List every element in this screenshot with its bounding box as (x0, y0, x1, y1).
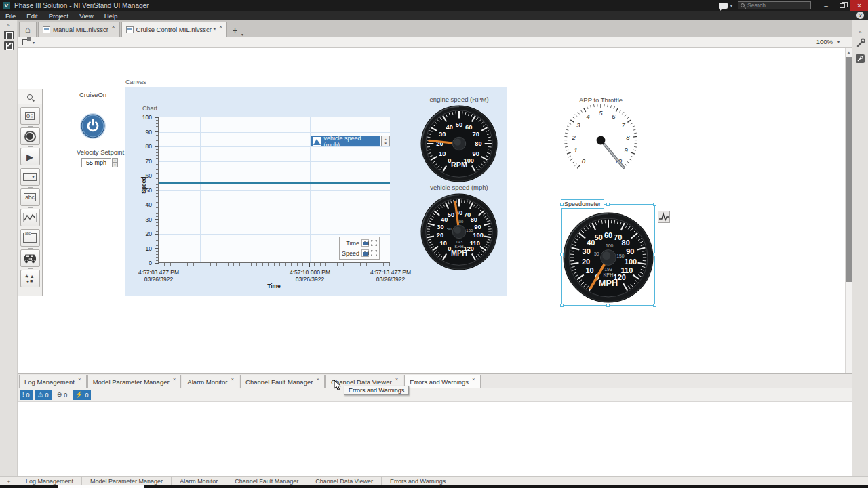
edit-panel-icon[interactable] (4, 41, 14, 50)
chart-plot[interactable]: vehicle speed (mph) ▲▼ Time Speed (158, 117, 390, 263)
selection-handle[interactable] (606, 203, 610, 206)
errors-badge[interactable]: !0 (20, 390, 33, 400)
stepper-down-icon[interactable]: ▼ (112, 163, 118, 167)
deploy-caret-icon[interactable]: ▾ (33, 40, 35, 45)
tool-shapes[interactable]: ★▲●■ (20, 270, 40, 287)
maximize-button[interactable] (834, 0, 850, 11)
tool-vehicle-model[interactable] (20, 249, 40, 267)
engine-speed-gauge[interactable]: 0102030405060708090100RPM (420, 105, 498, 182)
minimize-button[interactable]: – (818, 0, 834, 11)
vertical-scrollbar[interactable]: ▲ (845, 48, 852, 373)
close-icon[interactable]: × (472, 376, 475, 382)
scrollbar-thumb[interactable] (846, 57, 852, 282)
home-tab[interactable]: ⌂ (19, 22, 37, 37)
warnings-badge[interactable]: ⚠0 (35, 390, 52, 400)
close-icon[interactable]: × (395, 376, 399, 382)
stepper-up-icon[interactable]: ▲ (112, 158, 118, 163)
tool-chart-control[interactable] (20, 209, 40, 226)
svg-text:30: 30 (437, 224, 443, 230)
palette-search-button[interactable] (18, 89, 42, 104)
document-panel-icon[interactable] (4, 30, 14, 39)
close-icon[interactable]: × (219, 24, 222, 30)
menu-edit[interactable]: Edit (21, 11, 43, 20)
autoscale-icon[interactable] (370, 239, 378, 247)
status-item-1[interactable]: Model Parameter Manager (82, 477, 172, 486)
y-tick-label: 80 (138, 143, 152, 150)
vehicle-speed-gauge[interactable]: 010203040506070809010011012050100150193K… (420, 193, 498, 270)
svg-text:80: 80 (471, 216, 477, 223)
menu-help[interactable]: Help (99, 11, 123, 20)
bottom-tab-1[interactable]: Model Parameter Manager× (87, 375, 182, 388)
velocity-setpoint-field[interactable]: 55 mph (81, 158, 111, 167)
close-icon[interactable]: × (316, 376, 319, 382)
velocity-setpoint-stepper[interactable]: ▲ ▼ (112, 158, 118, 167)
tool-dropdown-control[interactable]: ▼ (20, 168, 40, 186)
doc-tab-1[interactable]: Cruise Control MIL.nivsscr *× (121, 22, 227, 37)
h-gridline (159, 220, 390, 220)
help-icon[interactable]: ? (856, 12, 864, 19)
selection-handle[interactable] (653, 253, 656, 256)
zoom-caret-icon[interactable]: ▾ (837, 39, 840, 44)
bottom-tab-2[interactable]: Alarm Monitor× (182, 375, 239, 388)
selected-control-name-chip[interactable]: Speedometer (561, 199, 604, 209)
warnings-icon: ⚠ (38, 392, 43, 398)
status-item-2[interactable]: Alarm Monitor (172, 477, 226, 486)
pin-icon[interactable]: ± (0, 479, 18, 485)
status-item-3[interactable]: Channel Fault Manager (226, 477, 307, 486)
close-icon[interactable]: × (112, 24, 115, 30)
doc-tabs: Manual MIL.nivsscr×Cruise Control MIL.ni… (37, 22, 227, 37)
status-item-0[interactable]: Log Management (18, 477, 82, 486)
bottom-tab-0[interactable]: Log Management× (19, 375, 87, 388)
deploy-icon[interactable] (22, 39, 28, 45)
selection-handle[interactable] (653, 203, 656, 206)
tool-numeric-control[interactable]: 0▲▼ (20, 107, 40, 125)
map-channel-button[interactable] (658, 211, 670, 223)
tool-text-control[interactable]: abc (20, 188, 40, 206)
menu-view[interactable]: View (74, 11, 98, 20)
autoscale-icon[interactable] (370, 249, 378, 257)
tool-round-button[interactable] (20, 127, 40, 145)
close-icon[interactable]: × (231, 376, 234, 382)
status-item-5[interactable]: Errors and Warnings (382, 477, 454, 486)
selection-handle[interactable] (560, 304, 564, 307)
app-to-throttle-gauge[interactable]: 012345678910 (561, 101, 640, 180)
titlebar: V Phase III Solution - NI VeriStand UI M… (0, 0, 868, 11)
selection-handle[interactable] (606, 304, 610, 307)
status-item-4[interactable]: Channel Data Viewer (307, 477, 382, 486)
collapse-right-icon[interactable]: « (852, 28, 868, 35)
h-gridline (159, 132, 390, 133)
selection-handle[interactable] (560, 253, 564, 256)
wrench-icon[interactable] (856, 38, 865, 47)
selection-handle[interactable] (560, 203, 564, 206)
menu-project[interactable]: Project (43, 11, 75, 20)
scroll-up-icon[interactable]: ▲ (846, 48, 852, 56)
feedback-caret-icon[interactable]: ▾ (730, 3, 732, 8)
close-icon[interactable]: × (173, 376, 176, 382)
bottom-tab-3[interactable]: Channel Fault Manager× (240, 375, 325, 388)
feedback-icon[interactable] (719, 3, 728, 9)
bottom-tab-5[interactable]: Errors and Warnings× (404, 375, 480, 388)
close-icon[interactable]: × (78, 376, 81, 382)
doc-tab-0[interactable]: Manual MIL.nivsscr× (38, 22, 120, 37)
lock-icon[interactable] (361, 249, 369, 257)
tool-play-button[interactable]: ▶ (20, 148, 40, 165)
tab-list-caret-icon[interactable]: ▾ (241, 32, 243, 37)
errors-count: 0 (26, 392, 30, 399)
menu-file[interactable]: File (0, 11, 21, 20)
new-tab-button[interactable]: + (227, 26, 240, 37)
chart-legend[interactable]: vehicle speed (mph) ▲▼ (311, 136, 390, 147)
selection-handle[interactable] (653, 304, 656, 307)
messages-badge[interactable]: ⊖0 (54, 390, 71, 400)
zoom-level-value[interactable]: 100% (816, 38, 833, 45)
svg-text:70: 70 (614, 233, 622, 241)
titlebar-search-input[interactable]: Search... (738, 1, 811, 9)
lock-icon[interactable] (361, 239, 369, 247)
close-button[interactable]: × (850, 0, 868, 11)
configure-tools-icon[interactable] (856, 54, 865, 63)
speedometer-gauge[interactable]: 010203040506070809010011012050100150193K… (563, 212, 654, 303)
tool-text-panel[interactable] (20, 229, 40, 247)
legend-stepper[interactable]: ▲▼ (381, 136, 390, 147)
expand-left-icon[interactable]: » (0, 22, 17, 28)
clear-badge[interactable]: ⚡0 (73, 390, 91, 400)
cruise-on-button[interactable] (79, 113, 106, 140)
